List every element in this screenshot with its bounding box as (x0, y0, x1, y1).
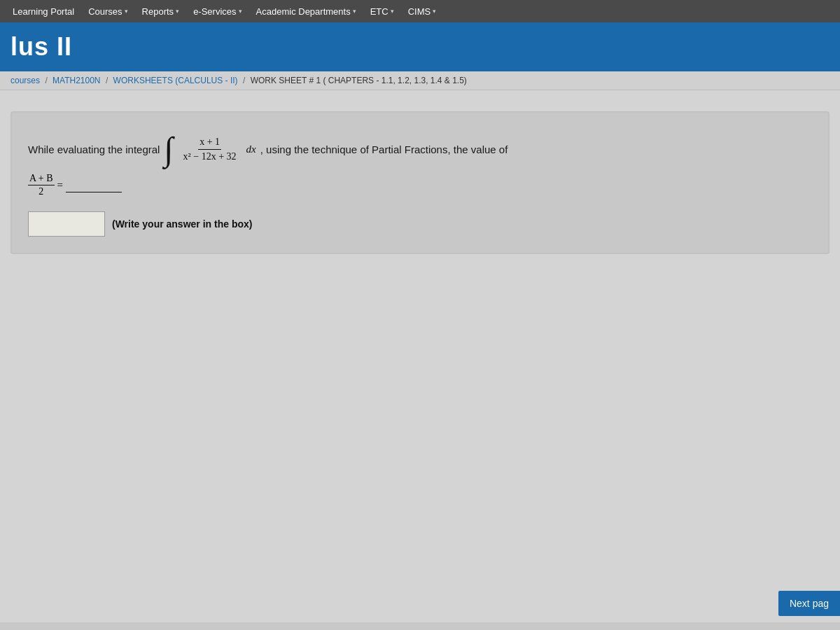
nav-label: Academic Departments (256, 6, 351, 17)
dx-label: dx (246, 144, 256, 155)
chevron-down-icon: ▾ (176, 8, 179, 15)
equals-sign: = (57, 179, 63, 191)
nav-label: e-Services (193, 6, 236, 17)
integral-denominator: x² − 12x + 32 (182, 150, 238, 162)
nav-eservices[interactable]: e-Services ▾ (188, 4, 247, 20)
answer-row: (Write your answer in the box) (28, 211, 812, 237)
nav-label: Learning Portal (13, 6, 74, 17)
breadcrumb: courses / MATH2100N / WORKSHEETS (CALCUL… (0, 71, 840, 90)
nav-academic-departments[interactable]: Academic Departments ▾ (251, 4, 362, 20)
chevron-down-icon: ▾ (239, 8, 242, 15)
breadcrumb-sep: / (45, 76, 47, 85)
breadcrumb-math2100n[interactable]: MATH2100N (52, 76, 100, 85)
write-hint-label: (Write your answer in the box) (112, 218, 252, 230)
nav-label: Courses (88, 6, 122, 17)
chevron-down-icon: ▾ (353, 8, 356, 15)
answer-input[interactable] (28, 211, 105, 237)
nav-label: ETC (370, 6, 388, 17)
ab-denominator: 2 (37, 186, 45, 197)
ab-fraction-line: A + B 2 = (28, 173, 812, 197)
integral-symbol: ∫ (164, 132, 173, 166)
using-text: , using the technique of Partial Fractio… (260, 140, 508, 159)
main-content: While evaluating the integral ∫ x + 1 x²… (0, 90, 840, 622)
page-title: lus II (10, 32, 72, 62)
ab-fraction: A + B 2 (28, 173, 55, 197)
breadcrumb-sep: / (106, 76, 108, 85)
ab-numerator: A + B (28, 173, 55, 186)
nav-cims[interactable]: CIMS ▾ (402, 4, 442, 20)
nav-label: Reports (142, 6, 174, 17)
nav-learning-portal[interactable]: Learning Portal (7, 4, 80, 20)
chevron-down-icon: ▾ (433, 8, 436, 15)
navbar: Learning Portal Courses ▾ Reports ▾ e-Se… (0, 0, 840, 22)
question-intro: While evaluating the integral (28, 140, 160, 159)
answer-blank (66, 178, 122, 192)
chevron-down-icon: ▾ (125, 8, 128, 15)
question-card: While evaluating the integral ∫ x + 1 x²… (10, 111, 830, 254)
breadcrumb-courses[interactable]: courses (10, 76, 40, 85)
chevron-down-icon: ▾ (391, 8, 394, 15)
nav-courses[interactable]: Courses ▾ (83, 4, 133, 20)
integral-numerator: x + 1 (198, 136, 221, 150)
next-page-button[interactable]: Next pag (778, 591, 840, 616)
breadcrumb-worksheets[interactable]: WORKSHEETS (CALCULUS - II) (113, 76, 238, 85)
question-integral-line: While evaluating the integral ∫ x + 1 x²… (28, 132, 812, 166)
breadcrumb-current: WORK SHEET # 1 ( CHAPTERS - 1.1, 1.2, 1.… (251, 76, 467, 85)
next-button-container: Next pag (778, 591, 840, 616)
nav-reports[interactable]: Reports ▾ (136, 4, 186, 20)
nav-etc[interactable]: ETC ▾ (365, 4, 400, 20)
breadcrumb-sep: / (243, 76, 245, 85)
page-header: lus II (0, 22, 840, 71)
nav-label: CIMS (408, 6, 431, 17)
integral-fraction: x + 1 x² − 12x + 32 (182, 136, 238, 162)
